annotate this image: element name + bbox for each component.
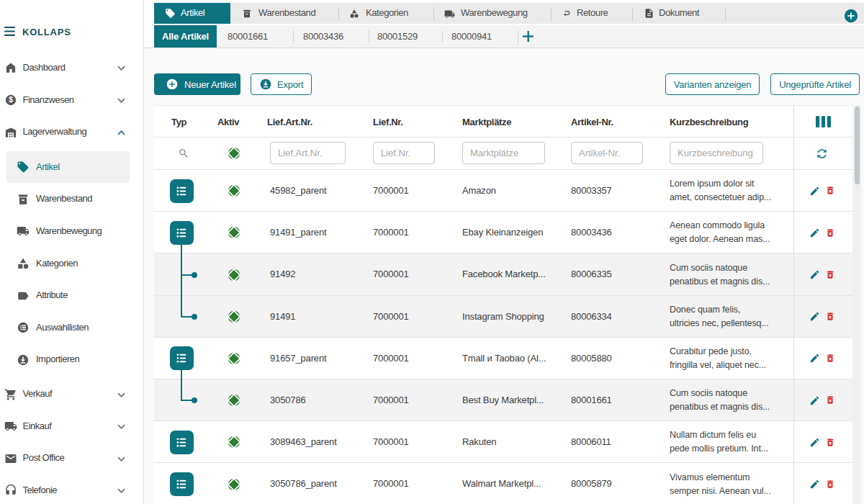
svg-text:$: $ [9,96,13,104]
